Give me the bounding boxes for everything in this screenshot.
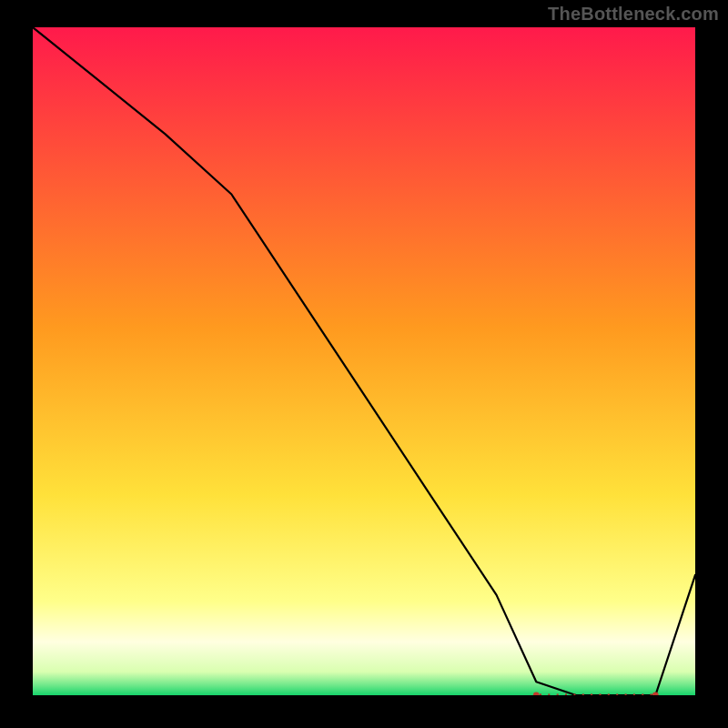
chart-frame: TheBottleneck.com: [0, 0, 728, 728]
svg-rect-1: [548, 693, 550, 695]
svg-rect-2: [557, 693, 559, 695]
svg-rect-11: [633, 693, 635, 695]
svg-rect-7: [600, 693, 602, 695]
svg-rect-9: [616, 693, 618, 695]
chart-canvas: [33, 27, 695, 695]
svg-rect-4: [573, 693, 575, 695]
watermark-text: TheBottleneck.com: [548, 4, 719, 25]
svg-rect-8: [608, 693, 610, 695]
svg-rect-13: [651, 693, 652, 695]
gradient-background: [33, 27, 695, 695]
svg-rect-0: [540, 693, 541, 695]
svg-rect-12: [642, 693, 643, 695]
svg-rect-10: [625, 693, 627, 695]
svg-rect-6: [591, 693, 592, 695]
svg-rect-5: [582, 693, 584, 695]
svg-rect-3: [565, 693, 567, 695]
plot-area: [33, 27, 695, 695]
